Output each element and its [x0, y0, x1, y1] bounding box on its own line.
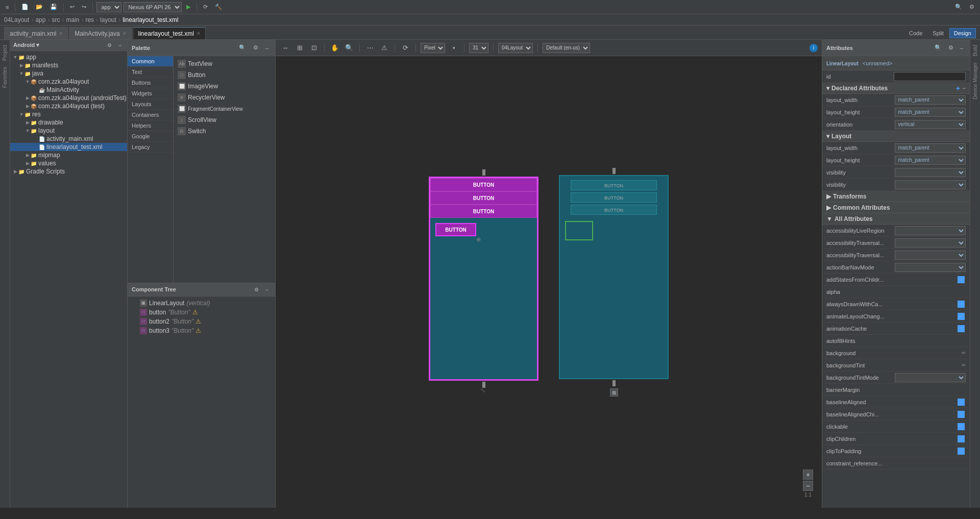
- palette-settings-btn[interactable]: ⚙: [251, 43, 261, 52]
- tree-item-gradle[interactable]: ▶ 📁 Gradle Scripts: [10, 167, 127, 176]
- attr-settings-btn[interactable]: ⚙: [946, 43, 956, 52]
- breadcrumb-part-3[interactable]: main: [66, 16, 79, 23]
- tree-item-linearlayout-xml[interactable]: 📄 linearlayout_test.xml: [10, 143, 127, 151]
- attr-dropdown-visibility2[interactable]: [895, 180, 966, 189]
- canvas-refresh-btn[interactable]: ⟳: [400, 42, 411, 54]
- all-section-header[interactable]: ▼ All Attributes: [822, 213, 970, 225]
- palette-item-switch[interactable]: ⊙ Switch: [176, 126, 273, 137]
- save-btn[interactable]: 💾: [47, 3, 60, 11]
- layout-section-header[interactable]: ▾ Layout: [822, 131, 970, 142]
- palette-cat-legacy[interactable]: Legacy: [128, 142, 173, 153]
- tree-item-androidtest[interactable]: ▶ 📦 com.zzk.a04layout (androidTest): [10, 94, 127, 102]
- attr-input-id[interactable]: [894, 72, 966, 81]
- tab-main-activity-close[interactable]: ×: [123, 31, 126, 36]
- main-btn-1[interactable]: BUTTON: [430, 178, 537, 191]
- preview-expand-icon[interactable]: ⊞: [610, 388, 618, 397]
- palette-cat-containers[interactable]: Containers: [128, 110, 173, 120]
- sync-btn[interactable]: ⟳: [201, 3, 210, 11]
- breadcrumb-part-0[interactable]: 04Layout: [4, 16, 29, 23]
- info-icon-btn[interactable]: i: [810, 44, 818, 52]
- code-mode-btn[interactable]: Code: [904, 28, 927, 38]
- tree-item-mainactivity[interactable]: ☕ MainActivity: [10, 86, 127, 94]
- attr-dd-backgroundtintmode[interactable]: [895, 373, 966, 382]
- theme-dropdown[interactable]: 04Layout: [498, 43, 533, 53]
- tab-main-activity[interactable]: MainActivity.java ×: [69, 27, 131, 39]
- backgroundtint-edit-icon[interactable]: ✏: [962, 362, 966, 368]
- declared-remove-btn[interactable]: −: [962, 85, 966, 92]
- attr-search-btn[interactable]: 🔍: [932, 43, 944, 52]
- palette-item-textview[interactable]: Ab TextView: [176, 58, 273, 69]
- design-mode-btn[interactable]: Design: [949, 28, 976, 38]
- tree-item-mipmap[interactable]: ▶ 📁 mipmap: [10, 151, 127, 159]
- canvas-zoom-fit-btn[interactable]: ⊡: [308, 42, 320, 54]
- project-settings-btn[interactable]: ⚙: [105, 41, 114, 49]
- breadcrumb-part-4[interactable]: res: [85, 16, 94, 23]
- search-everywhere-btn[interactable]: 🔍: [952, 3, 965, 11]
- open-btn[interactable]: 📂: [33, 3, 45, 11]
- tab-linearlayout-close[interactable]: ×: [197, 31, 200, 36]
- palette-item-fragmentcontainerview[interactable]: ⬜ FragmentContainerView: [176, 103, 273, 114]
- zoom-in-btn[interactable]: +: [803, 469, 813, 480]
- attr-dropdown-layout-height[interactable]: match_parent: [895, 108, 966, 117]
- locale-dropdown[interactable]: Default (en-us): [543, 43, 590, 53]
- canvas-blueprint-btn[interactable]: ⊞: [294, 42, 305, 54]
- background-edit-icon[interactable]: ✏: [962, 350, 966, 356]
- breadcrumb-part-1[interactable]: app: [35, 16, 45, 23]
- transforms-section-header[interactable]: ▶ Transforms: [822, 191, 970, 202]
- attr-dropdown-layout-width[interactable]: match_parent: [895, 95, 966, 105]
- tab-activity-main[interactable]: activity_main.xml ×: [4, 27, 68, 39]
- palette-item-scrollview[interactable]: ↕ ScrollView: [176, 114, 273, 126]
- new-btn[interactable]: 📄: [19, 3, 31, 11]
- tree-item-app[interactable]: ▼ 📁 app: [10, 53, 127, 61]
- main-btn-3[interactable]: BUTTON: [430, 205, 537, 218]
- app-dropdown[interactable]: app: [96, 2, 121, 12]
- tree-item-java[interactable]: ▼ 📁 java: [10, 69, 127, 78]
- main-btn-2[interactable]: BUTTON: [430, 191, 537, 205]
- comp-item-button3[interactable]: □ button3 "Button" ⚠: [128, 326, 275, 335]
- project-collapse-btn[interactable]: –: [116, 41, 124, 49]
- palette-item-recyclerview[interactable]: ≡ RecyclerView: [176, 92, 273, 103]
- tree-item-manifests[interactable]: ▶ 📁 manifests: [10, 61, 127, 69]
- palette-cat-common[interactable]: Common: [128, 56, 173, 67]
- palette-cat-helpers[interactable]: Helpers: [128, 120, 173, 131]
- settings-btn[interactable]: ⚙: [967, 3, 977, 11]
- vtab-project[interactable]: Project: [1, 42, 9, 64]
- canvas-magnet-btn[interactable]: ⋯: [364, 42, 376, 54]
- tree-item-activity-main-xml[interactable]: 📄 activity_main.xml: [10, 135, 127, 143]
- attr-dropdown-visibility[interactable]: [895, 168, 966, 177]
- main-small-btn[interactable]: BUTTON: [435, 223, 476, 236]
- common-section-header[interactable]: ▶ Common Attributes: [822, 202, 970, 213]
- comp-item-button2[interactable]: □ button2 "Button" ⚠: [128, 317, 275, 326]
- canvas-warn-btn[interactable]: ⚠: [379, 42, 390, 54]
- resize-handle[interactable]: ⤡: [480, 387, 485, 394]
- palette-cat-widgets[interactable]: Widgets: [128, 88, 173, 99]
- gradle-btn[interactable]: 🔨: [212, 3, 225, 11]
- device-dropdown[interactable]: Nexus 6P API 26: [124, 2, 182, 12]
- vtab-build[interactable]: Build: [971, 42, 979, 59]
- preview-expand-btn[interactable]: ⊞: [610, 388, 618, 397]
- breadcrumb-part-6[interactable]: linearlayout_test.xml: [122, 16, 178, 23]
- comp-tree-collapse-btn[interactable]: –: [263, 286, 271, 293]
- palette-search-icon-btn[interactable]: 🔍: [236, 43, 249, 52]
- tab-linearlayout[interactable]: linearlayout_test.xml ×: [133, 27, 206, 39]
- vtab-favorites[interactable]: Favorites: [1, 64, 9, 91]
- tree-item-res[interactable]: ▼ 📁 res: [10, 110, 127, 118]
- api-dropdown[interactable]: 31: [469, 43, 488, 53]
- palette-cat-google[interactable]: Google: [128, 131, 173, 142]
- comp-item-linearlayout[interactable]: ▦ LinearLayout (vertical): [128, 299, 275, 308]
- canvas-orientation-btn[interactable]: ↔: [280, 42, 291, 54]
- attr-dd-access-traversal1[interactable]: [895, 238, 966, 248]
- vtab-device-explorer[interactable]: Device Manager: [971, 59, 979, 103]
- tree-item-layout[interactable]: ▼ 📁 layout: [10, 127, 127, 135]
- attr-collapse-btn[interactable]: –: [958, 43, 966, 52]
- palette-item-button[interactable]: □ Button: [176, 69, 273, 81]
- attr-dropdown-layout-h2[interactable]: match_parent: [895, 156, 966, 165]
- tree-item-values[interactable]: ▶ 📁 values: [10, 159, 127, 167]
- tree-item-drawable[interactable]: ▶ 📁 drawable: [10, 118, 127, 127]
- tree-item-package[interactable]: ▼ 📦 com.zzk.a04layout: [10, 78, 127, 86]
- canvas-edit-device-btn[interactable]: ▾: [448, 42, 459, 54]
- undo-btn[interactable]: ↩: [67, 3, 77, 11]
- run-btn[interactable]: ▶: [184, 3, 193, 11]
- toolbar-menu-btn[interactable]: ≡: [3, 3, 11, 11]
- tree-item-test[interactable]: ▶ 📦 com.zzk.a04layout (test): [10, 102, 127, 110]
